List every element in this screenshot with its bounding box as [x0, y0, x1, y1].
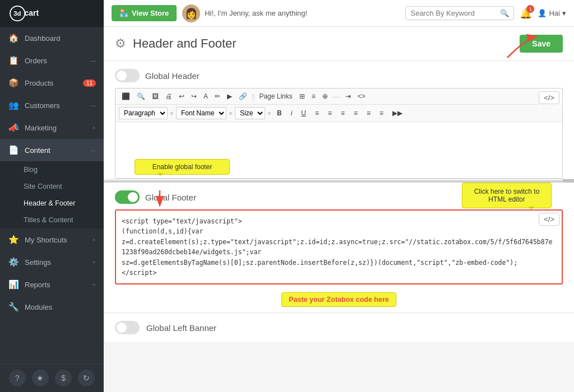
- toolbar-redo[interactable]: ↪: [188, 91, 200, 102]
- store-icon: 🏪: [119, 9, 128, 17]
- sidebar-item-products[interactable]: 📦 Products 11: [0, 72, 104, 94]
- footer-code-button[interactable]: </>: [539, 213, 559, 226]
- footer-code-area[interactable]: <script type="text/javascript"> (functio…: [115, 209, 563, 284]
- sidebar-subitem-site-content[interactable]: Site Content: [0, 178, 104, 195]
- sidebar-item-dashboard[interactable]: 🏠 Dashboard: [0, 27, 104, 49]
- notification-button[interactable]: 🔔 1: [520, 7, 532, 20]
- search-icon[interactable]: 🔍: [500, 9, 509, 17]
- sidebar-subitem-header-footer[interactable]: Header & Footer: [0, 195, 104, 212]
- toolbar-align-center[interactable]: ≡: [325, 108, 335, 119]
- toolbar-insert[interactable]: ⊕: [320, 91, 331, 102]
- toolbar-bold[interactable]: B: [274, 108, 285, 119]
- sidebar-item-customers[interactable]: 👥 Customers —: [0, 94, 104, 116]
- sidebar-item-label: Customers: [25, 101, 90, 110]
- search-bar: 🔍: [405, 6, 514, 20]
- toolbar-italic[interactable]: i: [288, 108, 296, 119]
- view-store-button[interactable]: 🏪 View Store: [112, 5, 177, 21]
- page-title-area: ⚙ Header and Footer: [115, 36, 237, 51]
- toolbar-more[interactable]: ▶▶: [389, 108, 406, 119]
- toolbar-align-right[interactable]: ≡: [337, 108, 348, 119]
- toolbar-underline[interactable]: U: [298, 108, 309, 119]
- favorites-button[interactable]: ★: [32, 370, 49, 386]
- modules-icon: 🔧: [8, 301, 19, 312]
- currency-button[interactable]: $: [55, 370, 72, 386]
- toolbar-align[interactable]: ≡: [309, 91, 318, 102]
- toolbar-select-all[interactable]: ⬛: [119, 91, 133, 102]
- sidebar-item-label: Content: [25, 146, 90, 155]
- toolbar-page-links[interactable]: Page Links: [256, 91, 295, 102]
- marketing-icon: 📣: [8, 122, 19, 133]
- toolbar-indent[interactable]: ⇥: [342, 91, 354, 102]
- global-left-banner-section: Global Left Banner: [104, 312, 574, 342]
- sidebar-item-reports[interactable]: 📊 Reports +: [0, 273, 104, 296]
- topbar-icons: 🔔 1 👤 Hai ▾: [520, 7, 566, 20]
- sidebar-item-label: Orders: [25, 57, 90, 65]
- toolbar-zoom-in[interactable]: 🔍: [134, 91, 148, 102]
- orders-expand-icon: —: [90, 57, 96, 64]
- sidebar-item-content[interactable]: 📄 Content —: [0, 139, 104, 161]
- sidebar-item-label: Dashboard: [25, 34, 96, 43]
- sidebar-logo[interactable]: 3d cart: [0, 0, 104, 27]
- global-left-banner-label: Global Left Banner: [146, 323, 216, 333]
- toolbar-separator-5: ▾: [267, 109, 271, 118]
- refresh-button[interactable]: ↻: [78, 370, 95, 386]
- user-dropdown-icon: ▾: [562, 9, 566, 17]
- toolbar-justify[interactable]: ≡: [350, 108, 361, 119]
- toolbar-print[interactable]: 🖨: [163, 91, 175, 102]
- my-shortcuts-icon: ⭐: [8, 234, 19, 245]
- enable-footer-tooltip: Enable global footer: [135, 159, 230, 175]
- star-icon: ★: [36, 374, 44, 382]
- toolbar-highlight[interactable]: ✏: [212, 91, 223, 102]
- products-icon: 📦: [8, 77, 19, 88]
- sidebar-subitem-blog[interactable]: Blog: [0, 161, 104, 178]
- size-select[interactable]: Size: [235, 107, 265, 119]
- sidebar-item-label: Reports: [25, 281, 92, 289]
- global-left-banner-toggle[interactable]: [115, 321, 140, 334]
- search-input[interactable]: [410, 9, 500, 17]
- gear-icon: ⚙: [115, 36, 126, 51]
- customers-expand-icon: —: [90, 102, 96, 109]
- sidebar-subitem-titles-content[interactable]: Titles & Content: [0, 212, 104, 228]
- jenny-chat-area: 👩 Hi!, I'm Jenny, ask me anything!: [182, 4, 400, 22]
- footer-code-content: <script type="text/javascript"> (functio…: [122, 216, 556, 278]
- content-expand-icon: —: [90, 147, 96, 153]
- reports-icon: 📊: [8, 279, 19, 290]
- jenny-avatar: 👩: [182, 4, 200, 22]
- sidebar-item-label: Settings: [25, 258, 92, 267]
- sidebar-item-modules[interactable]: 🔧 Modules: [0, 296, 104, 318]
- help-button[interactable]: ?: [9, 370, 26, 386]
- save-arrow-annotation: [504, 32, 538, 62]
- toolbar-color[interactable]: A: [201, 91, 211, 102]
- sidebar-item-orders[interactable]: 📋 Orders —: [0, 49, 104, 72]
- toolbar-image[interactable]: 🖼: [149, 91, 161, 102]
- toolbar-source[interactable]: <>: [355, 91, 368, 102]
- html-editor-tooltip: Click here to switch to HTML editor: [462, 183, 552, 208]
- header-code-button[interactable]: </>: [539, 91, 559, 104]
- editor-toolbar-top: ⬛ 🔍 🖼 🖨 ↩ ↪ A ✏ ▶ 🔗 | Page Links ⊞ ≡ ⊕ —: [115, 88, 539, 105]
- global-header-toggle-row: Global Header: [115, 69, 563, 82]
- sidebar: 3d cart 🏠 Dashboard 📋 Orders — 📦 Product…: [0, 0, 104, 392]
- global-header-toggle[interactable]: [115, 69, 140, 82]
- toolbar-table[interactable]: ⊞: [297, 91, 308, 102]
- page-header: ⚙ Header and Footer Save: [104, 27, 574, 61]
- sidebar-item-my-shortcuts[interactable]: ⭐ My Shortcuts +: [0, 228, 104, 251]
- page-title: Header and Footer: [133, 36, 237, 51]
- toolbar-separator-4: ▾: [229, 109, 233, 118]
- toolbar-separator-3: ▾: [170, 109, 174, 118]
- toolbar-list-unordered[interactable]: ≡: [376, 108, 387, 119]
- sidebar-item-settings[interactable]: ⚙️ Settings +: [0, 251, 104, 273]
- paragraph-select[interactable]: Paragraph: [119, 107, 168, 119]
- toolbar-undo[interactable]: ↩: [176, 91, 187, 102]
- global-header-label: Global Header: [145, 71, 200, 81]
- user-menu[interactable]: 👤 Hai ▾: [538, 9, 566, 17]
- global-footer-toggle[interactable]: [115, 190, 140, 204]
- toolbar-align-left[interactable]: ≡: [312, 108, 322, 119]
- toolbar-media[interactable]: ▶: [224, 91, 235, 102]
- toolbar-separator-2: —: [332, 92, 341, 101]
- marketing-expand-icon: +: [92, 124, 96, 131]
- font-name-select[interactable]: Font Name: [176, 107, 226, 119]
- sidebar-item-marketing[interactable]: 📣 Marketing +: [0, 116, 104, 139]
- toolbar-list-ordered[interactable]: ≡: [363, 108, 374, 119]
- toolbar-link[interactable]: 🔗: [236, 91, 250, 102]
- my-shortcuts-expand-icon: +: [92, 236, 96, 243]
